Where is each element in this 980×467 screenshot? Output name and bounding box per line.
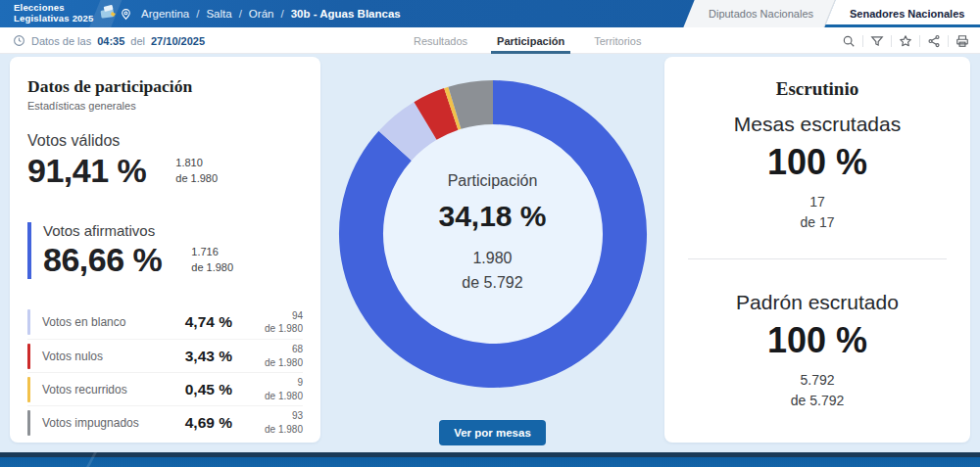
vote-row-label: Votos en blanco	[42, 315, 172, 329]
affirmative-votes-label: Votos afirmativos	[43, 222, 303, 239]
vote-row-label: Votos impugnados	[42, 416, 172, 430]
vote-row-label: Votos recurridos	[42, 383, 172, 397]
tables-scrutinized-count: 17	[664, 192, 970, 212]
breadcrumb-item-department[interactable]: Orán	[249, 8, 274, 20]
donut-center-total: de 5.792	[462, 271, 522, 296]
logo-ballot-icon	[98, 4, 118, 20]
other-votes-list: Votos en blanco 4,74 % 94 de 1.980 Votos…	[27, 305, 303, 439]
update-middle: del	[130, 35, 145, 47]
scrutiny-card-title: Escrutinio	[664, 78, 970, 100]
tab-diputados-label: Diputados Nacionales	[709, 8, 813, 20]
participation-data-card: Datos de participación Estadísticas gene…	[10, 57, 320, 443]
toolbar-separator	[891, 35, 892, 47]
toolbar-separator	[862, 35, 863, 47]
scrutiny-card: Escrutinio Mesas escrutadas 100 % 17 de …	[664, 57, 970, 443]
update-prefix: Datos de las	[31, 35, 91, 47]
data-update-info: Datos de las 04:35 del 27/10/2025	[13, 27, 205, 54]
roll-scrutinized-total: de 5.792	[664, 391, 970, 411]
vote-row-fraction: 68 de 1.980	[232, 343, 303, 369]
vote-row-total: de 1.980	[232, 390, 303, 403]
valid-votes-percent: 91,41 %	[27, 152, 146, 190]
tab-senadores-label: Senadores Nacionales	[850, 8, 964, 20]
breadcrumb-item-country[interactable]: Argentina	[141, 8, 189, 20]
sub-header: Datos de las 04:35 del 27/10/2025 Result…	[0, 27, 980, 54]
main-content: Datos de participación Estadísticas gene…	[0, 54, 980, 452]
roll-scrutinized-fraction: 5.792 de 5.792	[664, 370, 970, 411]
roll-scrutinized-percent: 100 %	[664, 320, 970, 361]
tab-diputados-nacionales[interactable]: Diputados Nacionales	[683, 0, 835, 27]
valid-votes-fraction: 1.810 de 1.980	[175, 156, 218, 186]
vote-row-percent: 4,74 %	[172, 313, 232, 331]
view-by-tables-button[interactable]: Ver por mesas	[439, 420, 546, 445]
affirmative-votes-percent: 86,66 %	[43, 241, 162, 279]
vote-row-fraction: 93 de 1.980	[232, 409, 303, 436]
affirmative-votes-fraction: 1.716 de 1.980	[191, 245, 233, 275]
vote-row-color-bar	[27, 309, 30, 335]
vote-row-color-bar	[27, 410, 30, 436]
vote-row-impugnados: Votos impugnados 4,69 % 93 de 1.980	[27, 405, 303, 439]
toolbar	[839, 27, 972, 54]
affirmative-votes-row: 86,66 % 1.716 de 1.980	[43, 241, 303, 279]
tab-senadores-nacionales[interactable]: Senadores Nacionales	[824, 0, 980, 27]
tab-territorios-label: Territorios	[594, 35, 641, 47]
vote-row-percent: 0,45 %	[172, 381, 232, 398]
affirmative-votes-count: 1.716	[191, 245, 233, 259]
affirmative-votes-block: Votos afirmativos 86,66 % 1.716 de 1.980	[27, 222, 303, 279]
vote-row-count: 94	[232, 309, 303, 323]
breadcrumb-item-current[interactable]: 30b - Aguas Blancas	[291, 8, 401, 20]
print-icon[interactable]	[953, 31, 972, 51]
scrutiny-divider	[688, 258, 947, 259]
vote-row-percent: 3,43 %	[172, 348, 232, 365]
donut-center-count: 1.980	[472, 247, 512, 271]
filter-icon[interactable]	[867, 31, 887, 51]
breadcrumb-separator: /	[280, 8, 283, 20]
vote-row-count: 68	[232, 343, 303, 356]
tab-participacion[interactable]: Participación	[495, 27, 566, 54]
chamber-tabs: Diputados Nacionales Senadores Nacionale…	[689, 0, 980, 27]
valid-votes-row: 91,41 % 1.810 de 1.980	[27, 152, 303, 190]
tables-scrutinized-label: Mesas escrutadas	[664, 113, 970, 136]
vote-row-fraction: 94 de 1.980	[232, 309, 303, 336]
roll-scrutinized-section: Padrón escrutado 100 % 5.792 de 5.792	[664, 291, 970, 411]
search-icon[interactable]	[839, 31, 858, 51]
vote-row-percent: 4,69 %	[172, 414, 232, 432]
tab-territorios[interactable]: Territorios	[592, 27, 643, 54]
toolbar-separator	[948, 35, 949, 47]
clock-icon	[13, 34, 25, 47]
affirmative-votes-total: de 1.980	[191, 260, 233, 275]
tab-participacion-label: Participación	[497, 35, 564, 47]
vote-row-blanco: Votos en blanco 4,74 % 94 de 1.980	[27, 305, 303, 339]
vote-row-nulos: Votos nulos 3,43 % 68 de 1.980	[27, 339, 303, 372]
update-time: 04:35	[97, 35, 124, 47]
app-logo: Elecciones Legislativas 2025	[0, 0, 125, 27]
participation-card-title: Datos de participación	[27, 76, 303, 97]
roll-scrutinized-count: 5.792	[664, 370, 970, 391]
tables-scrutinized-fraction: 17 de 17	[664, 192, 970, 233]
tables-scrutinized-percent: 100 %	[664, 142, 970, 183]
footer-diagonal-accent	[86, 452, 97, 467]
breadcrumb-item-province[interactable]: Salta	[206, 8, 231, 20]
tab-resultados[interactable]: Resultados	[412, 27, 469, 54]
update-date: 27/10/2025	[151, 35, 205, 47]
share-icon[interactable]	[924, 31, 944, 51]
location-pin-icon	[120, 8, 132, 21]
breadcrumb-separator: /	[196, 8, 199, 20]
star-icon[interactable]	[896, 31, 915, 51]
roll-scrutinized-label: Padrón escrutado	[664, 291, 970, 314]
vote-row-fraction: 9 de 1.980	[232, 376, 303, 402]
vote-row-count: 93	[232, 409, 303, 423]
tab-resultados-label: Resultados	[414, 35, 467, 47]
donut-segment-recurridos	[451, 108, 455, 109]
app-logo-text: Elecciones Legislativas 2025	[14, 3, 94, 24]
vote-row-total: de 1.980	[232, 423, 303, 437]
vote-row-count: 9	[232, 376, 303, 390]
donut-segment-nulos	[425, 109, 451, 120]
participation-donut-chart: Participación 34,18 % 1.980 de 5.792	[338, 79, 648, 389]
footer-bar	[0, 452, 980, 467]
donut-center-percent: 34,18 %	[438, 200, 546, 233]
vote-row-color-bar	[27, 344, 30, 369]
vote-row-color-bar	[27, 377, 30, 402]
tables-scrutinized-section: Mesas escrutadas 100 % 17 de 17	[664, 113, 970, 233]
vote-row-total: de 1.980	[232, 356, 303, 370]
logo-line2: Legislativas 2025	[14, 14, 94, 24]
